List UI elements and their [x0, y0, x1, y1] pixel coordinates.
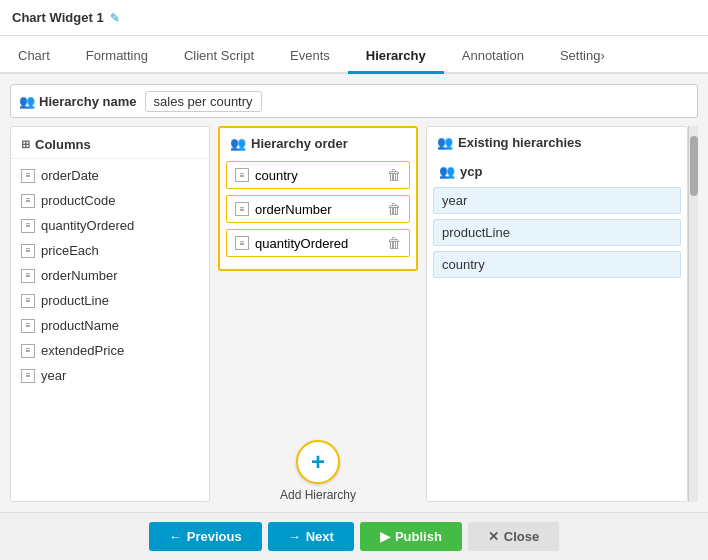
col-type-icon: ≡	[21, 244, 35, 258]
hierarchy-icon: 👥	[19, 94, 35, 109]
col-type-icon: ≡	[21, 369, 35, 383]
hierarchy-order-header: 👥 Hierarchy order	[226, 134, 410, 153]
right-scrollbar[interactable]	[688, 126, 698, 502]
hierarchy-name-input[interactable]: sales per country	[145, 91, 262, 112]
column-item[interactable]: ≡ productCode	[11, 188, 209, 213]
column-item[interactable]: ≡ quantityOrdered	[11, 213, 209, 238]
tab-bar: Chart Formatting Client Script Events Hi…	[0, 36, 708, 74]
ho-col-icon: ≡	[235, 168, 249, 182]
col-type-icon: ≡	[21, 319, 35, 333]
prev-arrow-icon: ←	[169, 529, 182, 544]
tab-formatting[interactable]: Formatting	[68, 40, 166, 74]
tab-events[interactable]: Events	[272, 40, 348, 74]
tab-chart[interactable]: Chart	[0, 40, 68, 74]
existing-item-year[interactable]: year	[433, 187, 681, 214]
column-item[interactable]: ≡ year	[11, 363, 209, 388]
add-hierarchy-area: + Add Hierarchy	[218, 430, 418, 502]
ho-item-ordernumber[interactable]: ≡ orderNumber 🗑	[226, 195, 410, 223]
ho-col-icon: ≡	[235, 202, 249, 216]
columns-icon: ⊞	[21, 138, 30, 151]
col-type-icon: ≡	[21, 294, 35, 308]
ho-item-quantityordered[interactable]: ≡ quantityOrdered 🗑	[226, 229, 410, 257]
delete-ordernumber-button[interactable]: 🗑	[387, 201, 401, 217]
col-type-icon: ≡	[21, 344, 35, 358]
add-hierarchy-button[interactable]: +	[296, 440, 340, 484]
tab-annotation[interactable]: Annotation	[444, 40, 542, 74]
main-content: 👥 Hierarchy name sales per country ⊞ Col…	[0, 74, 708, 512]
col-type-icon: ≡	[21, 219, 35, 233]
col-type-icon: ≡	[21, 169, 35, 183]
next-arrow-icon: →	[288, 529, 301, 544]
existing-item-country[interactable]: country	[433, 251, 681, 278]
hierarchy-order-panel: 👥 Hierarchy order ≡ country 🗑 ≡ orderNum…	[218, 126, 418, 271]
tab-settings[interactable]: Setting›	[542, 40, 623, 74]
column-item[interactable]: ≡ priceEach	[11, 238, 209, 263]
hierarchy-order-icon: 👥	[230, 136, 246, 151]
next-button[interactable]: → Next	[268, 522, 354, 551]
footer: ← Previous → Next ▶ Publish ✕ Close	[0, 512, 708, 560]
group-icon: 👥	[439, 164, 455, 179]
column-item[interactable]: ≡ productLine	[11, 288, 209, 313]
existing-item-productline[interactable]: productLine	[433, 219, 681, 246]
close-button[interactable]: ✕ Close	[468, 522, 559, 551]
col-type-icon: ≡	[21, 269, 35, 283]
column-item[interactable]: ≡ extendedPrice	[11, 338, 209, 363]
edit-icon[interactable]: ✎	[110, 11, 120, 25]
publish-icon: ▶	[380, 529, 390, 544]
title-bar: Chart Widget 1 ✎	[0, 0, 708, 36]
tab-hierarchy[interactable]: Hierarchy	[348, 40, 444, 74]
delete-country-button[interactable]: 🗑	[387, 167, 401, 183]
tab-clientscript[interactable]: Client Script	[166, 40, 272, 74]
columns-panel: ⊞ Columns ≡ orderDate ≡ productCode ≡ qu…	[10, 126, 210, 502]
existing-hierarchies-panel: 👥 Existing hierarchies 👥 ycp year produc…	[426, 126, 688, 502]
ho-col-icon: ≡	[235, 236, 249, 250]
column-item[interactable]: ≡ orderNumber	[11, 263, 209, 288]
column-item[interactable]: ≡ productName	[11, 313, 209, 338]
close-x-icon: ✕	[488, 529, 499, 544]
columns-header: ⊞ Columns	[11, 133, 209, 159]
hierarchy-name-label: 👥 Hierarchy name	[19, 94, 137, 109]
scrollbar-thumb[interactable]	[690, 136, 698, 196]
hierarchy-name-bar: 👥 Hierarchy name sales per country	[10, 84, 698, 118]
column-item[interactable]: ≡ orderDate	[11, 163, 209, 188]
existing-icon: 👥	[437, 135, 453, 150]
previous-button[interactable]: ← Previous	[149, 522, 262, 551]
existing-group-ycp: 👥 ycp	[433, 160, 681, 183]
window-title: Chart Widget 1	[12, 10, 104, 25]
ho-item-country[interactable]: ≡ country 🗑	[226, 161, 410, 189]
add-hierarchy-label: Add Hierarchy	[280, 488, 356, 502]
panels-area: ⊞ Columns ≡ orderDate ≡ productCode ≡ qu…	[10, 126, 698, 502]
publish-button[interactable]: ▶ Publish	[360, 522, 462, 551]
col-type-icon: ≡	[21, 194, 35, 208]
delete-quantityordered-button[interactable]: 🗑	[387, 235, 401, 251]
existing-hierarchies-header: 👥 Existing hierarchies	[433, 133, 681, 152]
